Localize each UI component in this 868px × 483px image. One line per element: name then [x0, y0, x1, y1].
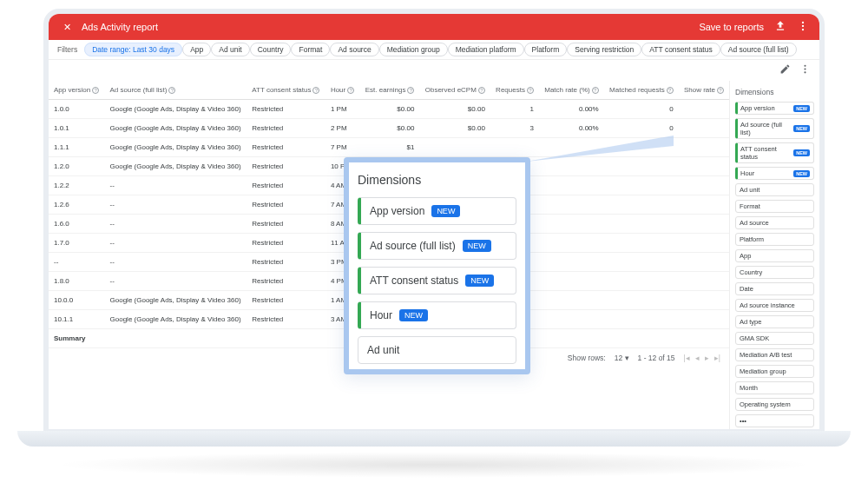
filter-chip-11[interactable]: Ad source (full list) — [720, 43, 797, 56]
close-icon[interactable]: ✕ — [59, 22, 75, 33]
dimension-chip[interactable]: Country — [735, 266, 814, 279]
cell — [604, 272, 679, 291]
col-header[interactable]: Observed eCPM? — [419, 81, 490, 100]
col-header[interactable]: Match rate (%)? — [539, 81, 604, 100]
dimension-chip[interactable]: Format — [735, 200, 814, 213]
dimension-chip-large[interactable]: HourNEW — [358, 301, 516, 329]
dimension-chip[interactable]: ATT consent statusNEW — [735, 142, 814, 163]
dimension-chip[interactable]: GMA SDK — [735, 332, 814, 345]
save-to-reports-button[interactable]: Save to reports — [699, 22, 764, 32]
help-icon[interactable]: ? — [312, 87, 319, 94]
show-rows-label: Show rows: — [568, 354, 606, 362]
filter-chip-5[interactable]: Ad source — [330, 43, 378, 56]
prev-page-icon[interactable]: ◂ — [695, 354, 700, 362]
table-row: 1.0.1Google (Google Ads, Display & Video… — [49, 119, 729, 138]
filter-chip-6[interactable]: Mediation group — [379, 43, 448, 56]
dimension-chip[interactable]: Ad source — [735, 216, 814, 229]
table-row: 1.1.1Google (Google Ads, Display & Video… — [49, 138, 729, 157]
help-icon[interactable]: ? — [347, 87, 354, 94]
table-row: 1.0.0Google (Google Ads, Display & Video… — [49, 100, 729, 119]
cell: Restricted — [247, 272, 326, 291]
filter-chip-2[interactable]: Ad unit — [211, 43, 249, 56]
export-icon[interactable] — [774, 20, 786, 34]
filter-chip-10[interactable]: ATT consent status — [641, 43, 720, 56]
cell: Restricted — [247, 138, 326, 157]
cell — [604, 310, 679, 329]
dimension-chip[interactable]: Ad type — [735, 315, 814, 328]
more-icon[interactable] — [797, 20, 809, 34]
cell: Google (Google Ads, Display & Video 360) — [105, 310, 247, 329]
cell: -- — [105, 176, 247, 195]
dimension-chip[interactable]: Operating system — [735, 398, 814, 411]
dimension-chip[interactable]: HourNEW — [735, 167, 814, 180]
next-page-icon[interactable]: ▸ — [705, 354, 709, 362]
cell — [604, 215, 679, 234]
filter-chip-1[interactable]: App — [182, 43, 211, 56]
dimension-chip[interactable]: Ad unit — [735, 183, 814, 196]
help-icon[interactable]: ? — [92, 87, 99, 94]
dimension-chip[interactable]: ••• — [735, 414, 814, 427]
cell: 3 — [490, 119, 539, 138]
col-header[interactable]: Show rate? — [679, 81, 729, 100]
last-page-icon[interactable]: ▸| — [714, 354, 720, 362]
edit-icon[interactable] — [779, 63, 791, 78]
page-title: Ads Activity report — [82, 22, 699, 32]
dimension-chip[interactable]: Platform — [735, 233, 814, 246]
dimension-chip[interactable]: Mediation A/B test — [735, 348, 814, 361]
help-icon[interactable]: ? — [168, 87, 175, 94]
col-header[interactable]: Hour? — [326, 81, 360, 100]
cell — [539, 215, 604, 234]
dimension-chip-large[interactable]: App versionNEW — [358, 197, 516, 225]
filter-chip-4[interactable]: Format — [291, 43, 330, 56]
dimension-chip[interactable]: Month — [735, 381, 814, 394]
cell: -- — [105, 253, 247, 272]
cell — [604, 138, 679, 157]
cell — [539, 157, 604, 176]
cell — [539, 253, 604, 272]
cell: 10.0.0 — [49, 291, 105, 310]
dimension-chip[interactable]: App — [735, 249, 814, 262]
cell: 0 — [604, 100, 679, 119]
dimension-chip-large[interactable]: Ad source (full list)NEW — [358, 232, 516, 260]
cell: $0.00 — [359, 100, 419, 119]
col-header[interactable]: Matched requests? — [604, 81, 679, 100]
dimension-chip-large[interactable]: Ad unit — [358, 336, 516, 364]
dimension-chip[interactable]: Ad source (full list)NEW — [735, 118, 814, 139]
col-header[interactable]: Requests? — [490, 81, 539, 100]
dimension-chip-large[interactable]: ATT consent statusNEW — [358, 267, 516, 294]
help-icon[interactable]: ? — [527, 87, 534, 94]
filter-chip-9[interactable]: Serving restriction — [567, 43, 641, 56]
cell: $1 — [359, 138, 419, 157]
cell — [539, 234, 604, 253]
rows-per-page-select[interactable]: 12 ▾ — [615, 354, 629, 362]
filter-bar: Filters Date range: Last 30 daysAppAd un… — [49, 40, 819, 60]
filter-chip-3[interactable]: Country — [250, 43, 292, 56]
callout-title: Dimensions — [358, 173, 516, 187]
cell — [604, 195, 679, 215]
dimension-chip[interactable]: Date — [735, 282, 814, 295]
cell: 0 — [604, 119, 679, 138]
cell — [604, 157, 679, 176]
col-header[interactable]: Est. earnings? — [359, 81, 419, 100]
cell — [604, 234, 679, 253]
cell: Restricted — [247, 157, 326, 176]
help-icon[interactable]: ? — [717, 87, 724, 94]
help-icon[interactable]: ? — [478, 87, 485, 94]
filter-chip-0[interactable]: Date range: Last 30 days — [84, 43, 182, 56]
first-page-icon[interactable]: |◂ — [684, 354, 690, 362]
cell: Restricted — [247, 215, 326, 234]
dimensions-title: Dimensions — [735, 88, 814, 96]
col-header[interactable]: App version? — [49, 81, 105, 100]
help-icon[interactable]: ? — [667, 87, 674, 94]
help-icon[interactable]: ? — [407, 87, 414, 94]
dimension-chip[interactable]: Mediation group — [735, 365, 814, 378]
table-more-icon[interactable] — [799, 63, 811, 78]
filter-chip-8[interactable]: Platform — [524, 43, 568, 56]
filter-chip-7[interactable]: Mediation platform — [448, 43, 524, 56]
col-header[interactable]: Ad source (full list)? — [105, 81, 247, 100]
col-header[interactable]: ATT consent status? — [247, 81, 326, 100]
dimension-chip[interactable]: Ad source instance — [735, 299, 814, 312]
help-icon[interactable]: ? — [592, 87, 599, 94]
dimension-chip[interactable]: App versionNEW — [735, 102, 814, 115]
cell: Restricted — [247, 119, 326, 138]
